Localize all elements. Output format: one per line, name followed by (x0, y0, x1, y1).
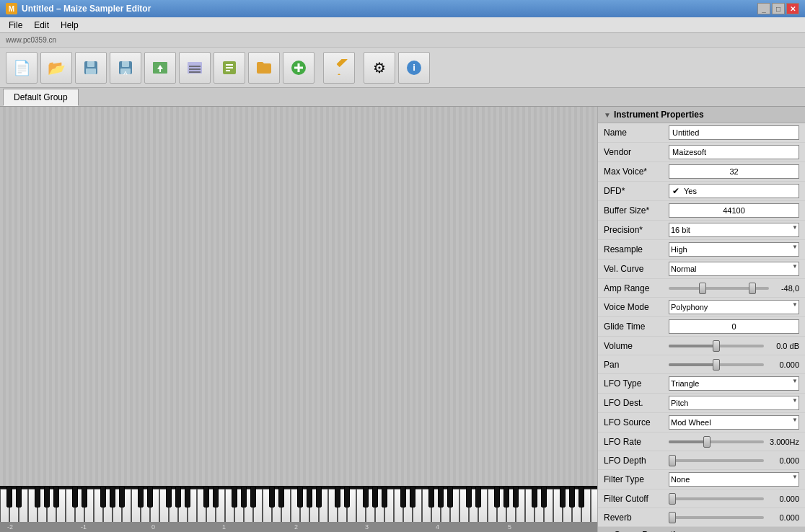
menu-edit[interactable]: Edit (28, 19, 55, 32)
black-key[interactable] (138, 486, 144, 507)
black-key[interactable] (503, 486, 509, 507)
black-key[interactable] (278, 486, 284, 507)
amp-range-thumb-right[interactable] (749, 283, 756, 294)
settings-button[interactable]: ⚙ (364, 52, 395, 84)
black-key[interactable] (175, 486, 181, 507)
close-button[interactable]: ✕ (786, 3, 799, 14)
piano-keys-row (0, 486, 597, 523)
vel-curve-label: Vel. Curve (604, 264, 669, 274)
black-key[interactable] (35, 486, 40, 507)
black-key[interactable] (166, 486, 172, 507)
black-key[interactable] (532, 486, 537, 507)
add-item-button[interactable] (283, 52, 314, 84)
black-key[interactable] (241, 486, 247, 507)
white-key[interactable] (591, 489, 597, 523)
filter-cutoff-slider-track[interactable] (669, 497, 764, 500)
open-button[interactable]: 📂 (40, 52, 72, 84)
black-key[interactable] (372, 486, 378, 507)
black-key[interactable] (466, 486, 472, 507)
pencil-button[interactable] (323, 52, 355, 84)
black-key[interactable] (513, 486, 519, 507)
max-voice-input[interactable] (669, 164, 799, 179)
black-key[interactable] (44, 486, 50, 507)
vel-curve-select[interactable]: Normal Linear Soft Hard (669, 262, 799, 276)
black-key[interactable] (232, 486, 237, 507)
lfo-dest-select[interactable]: Pitch Volume Pan Filter (669, 396, 799, 410)
new-button[interactable]: 📄 (6, 52, 38, 84)
black-key[interactable] (447, 486, 453, 507)
svg-text:i: i (413, 62, 415, 73)
folder-button[interactable] (248, 52, 280, 84)
black-key[interactable] (110, 486, 115, 507)
black-key[interactable] (428, 486, 434, 507)
menu-file[interactable]: File (3, 19, 28, 32)
black-key[interactable] (475, 486, 481, 507)
volume-slider-track[interactable] (669, 345, 764, 347)
minimize-button[interactable]: _ (757, 3, 770, 14)
resample-select[interactable]: High Low Medium (669, 242, 799, 257)
black-key[interactable] (410, 486, 415, 507)
lfo-rate-slider-track[interactable] (669, 440, 764, 443)
voice-mode-select[interactable]: Polyphony Monophony Legato (669, 300, 799, 314)
dfd-checkbox-container[interactable]: ✔ Yes (669, 184, 799, 198)
black-key[interactable] (307, 486, 312, 507)
black-key[interactable] (16, 486, 22, 507)
black-key[interactable] (82, 486, 87, 507)
maximize-button[interactable]: □ (772, 3, 785, 14)
precision-select[interactable]: 16 bit 8 bit 24 bit 32 bit (669, 223, 799, 237)
black-key[interactable] (72, 486, 78, 507)
black-key[interactable] (438, 486, 444, 507)
vendor-input[interactable] (669, 145, 799, 159)
amp-range-thumb-left[interactable] (699, 283, 706, 294)
black-key[interactable] (203, 486, 209, 507)
glide-time-input[interactable] (669, 319, 799, 334)
lfo-rate-slider-thumb[interactable] (703, 436, 711, 448)
filter-type-select[interactable]: None Low Pass High Pass Band Pass (669, 472, 799, 487)
reverb-slider-track[interactable] (669, 516, 764, 519)
filter-cutoff-slider-thumb[interactable] (669, 493, 676, 505)
black-key[interactable] (335, 486, 340, 507)
reverb-slider-thumb[interactable] (669, 512, 676, 523)
pan-slider-thumb[interactable] (713, 359, 720, 371)
black-key[interactable] (579, 486, 584, 507)
black-key[interactable] (269, 486, 275, 507)
save-button[interactable] (75, 52, 107, 84)
black-key[interactable] (344, 486, 350, 507)
black-key[interactable] (213, 486, 219, 507)
black-key[interactable] (569, 486, 575, 507)
save-as-button[interactable]: A (110, 52, 141, 84)
export-button[interactable] (179, 52, 211, 84)
volume-slider-thumb[interactable] (713, 340, 720, 352)
lfo-source-select[interactable]: Mod Wheel Aftertouch Velocity (669, 415, 799, 430)
black-key[interactable] (250, 486, 256, 507)
black-key[interactable] (119, 486, 125, 507)
lfo-depth-slider-track[interactable] (669, 459, 764, 462)
black-key[interactable] (185, 486, 190, 507)
black-key[interactable] (363, 486, 369, 507)
black-key[interactable] (297, 486, 303, 507)
tab-default-group[interactable]: Default Group (3, 89, 79, 106)
lfo-type-select[interactable]: Triangle Sine Sawtooth Square (669, 376, 799, 391)
buffer-size-input[interactable] (669, 203, 799, 218)
reverb-slider-container: 0.000 (669, 513, 799, 522)
lfo-depth-slider-thumb[interactable] (669, 455, 676, 466)
black-key[interactable] (400, 486, 406, 507)
edit2-button[interactable] (214, 52, 245, 84)
info-button[interactable]: i (398, 52, 430, 84)
black-key[interactable] (382, 486, 387, 507)
lfo-rate-slider-container: 3.000Hz (669, 438, 799, 446)
amp-range-track[interactable] (669, 287, 769, 290)
black-key[interactable] (560, 486, 566, 507)
black-key[interactable] (316, 486, 322, 507)
menu-help[interactable]: Help (55, 19, 84, 32)
black-key[interactable] (147, 486, 153, 507)
black-key[interactable] (494, 486, 500, 507)
black-key[interactable] (6, 486, 12, 507)
black-key[interactable] (53, 486, 59, 507)
name-input[interactable] (669, 125, 799, 140)
black-key[interactable] (541, 486, 547, 507)
prop-lfo-depth-row: LFO Depth 0.000 (598, 451, 805, 470)
import-button[interactable] (144, 52, 176, 84)
pan-slider-track[interactable] (669, 363, 764, 366)
black-key[interactable] (100, 486, 106, 507)
